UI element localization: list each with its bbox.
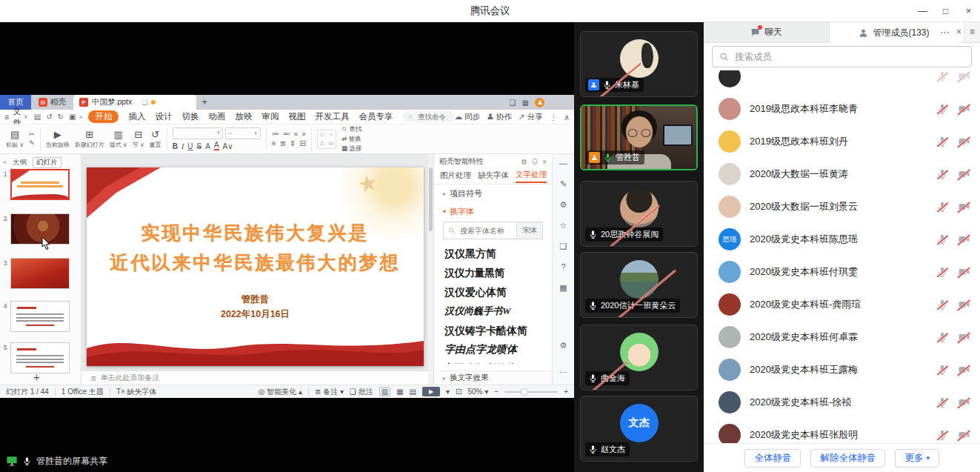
member-camera-muted-icon[interactable]	[957, 70, 971, 82]
menu-item[interactable]: 插入	[128, 111, 145, 122]
quick-access-toolbar[interactable]: ▤↺↻▣	[34, 113, 76, 121]
strip-star-icon[interactable]: ☆	[553, 221, 574, 230]
strip-window-icon[interactable]: ❑	[553, 242, 574, 251]
bullets-icon[interactable]: ≔	[272, 130, 279, 138]
save-icon[interactable]: ▤	[34, 113, 41, 121]
notes-bar[interactable]: ≣ 单击此处添加备注	[81, 370, 428, 385]
member-list[interactable]: 2019级思政本科班李晓青2019级思政本科班刘丹2020级大数据一班黄涛202…	[704, 70, 980, 443]
font-option[interactable]: 汉仪爱心体简	[444, 282, 552, 302]
collab-button[interactable]: 协作	[487, 112, 512, 122]
redo-icon[interactable]: ↻	[58, 113, 64, 121]
slide-scrollbar[interactable]	[428, 154, 433, 385]
member-mic-muted-icon[interactable]	[936, 266, 948, 278]
select-button[interactable]: ▦ 选择	[341, 144, 361, 153]
close-icon[interactable]: ×	[957, 0, 980, 22]
replace-button[interactable]: ⇄ 替换	[341, 135, 361, 144]
panel-close-icon[interactable]: ×	[954, 22, 964, 42]
menu-item[interactable]: 动画	[208, 111, 225, 122]
slide-thumbnail[interactable]	[10, 169, 70, 200]
menu-item[interactable]: 切换	[181, 111, 199, 122]
new-tab-icon[interactable]: +	[196, 95, 213, 110]
wps-daoke-tab[interactable]: D 稻壳	[31, 95, 73, 110]
zoom-level[interactable]: 50% ▾	[467, 388, 488, 396]
video-thumbnail[interactable]: 管胜昔	[580, 104, 698, 170]
member-mic-muted-icon[interactable]	[936, 331, 948, 343]
member-mic-muted-icon[interactable]	[936, 364, 948, 376]
member-camera-muted-icon[interactable]	[957, 136, 971, 147]
font-size-stepper[interactable]: −+	[225, 127, 261, 139]
more-menu-icon[interactable]: ⋮	[550, 113, 558, 122]
mute-all-button[interactable]: 全体静音	[744, 449, 801, 468]
share-button[interactable]: ↗ 分享	[519, 112, 543, 122]
member-camera-muted-icon[interactable]	[957, 331, 971, 343]
section-text-effect[interactable]: ▸ 换文字效果	[434, 370, 552, 385]
numbering-icon[interactable]: ≕	[283, 130, 290, 138]
member-mic-muted-icon[interactable]	[936, 103, 948, 115]
file-caret-icon[interactable]: ∨	[24, 113, 28, 120]
member-row[interactable]: 2020级党史本科班何卓霖	[704, 321, 980, 353]
member-mic-muted-icon[interactable]	[936, 299, 948, 310]
member-camera-muted-icon[interactable]	[957, 168, 971, 180]
strip-grid-icon[interactable]: ▦	[553, 283, 574, 293]
member-camera-muted-icon[interactable]	[957, 299, 971, 310]
comments-toggle[interactable]: ❑ 批注	[350, 387, 373, 397]
member-mic-muted-icon[interactable]	[936, 168, 948, 180]
member-row[interactable]: 2019级思政本科班李晓青	[704, 93, 980, 125]
strikethrough-button[interactable]: S	[197, 142, 202, 150]
font-option[interactable]: 方正小标宋简体	[444, 359, 552, 364]
member-mic-muted-icon[interactable]	[936, 201, 948, 213]
slide-thumbnail[interactable]	[10, 213, 70, 245]
window-icon[interactable]: ❑	[510, 99, 516, 107]
strip-more-icon[interactable]: ⋯	[553, 368, 574, 377]
notes-toggle[interactable]: ≣ 备注 ▾	[315, 387, 344, 397]
member-camera-muted-icon[interactable]	[957, 266, 971, 278]
collapse-panel-icon[interactable]: «	[3, 159, 7, 166]
panel-burger-icon[interactable]: ≡	[964, 22, 980, 42]
member-row[interactable]	[704, 70, 980, 93]
tab-chat[interactable]: 聊天	[704, 22, 830, 42]
member-camera-muted-icon[interactable]	[957, 429, 971, 441]
align-center-icon[interactable]: ≣	[280, 140, 286, 147]
menu-item[interactable]: 视图	[288, 111, 305, 122]
member-row[interactable]: 2020级大数据一班黄涛	[704, 158, 980, 190]
shadow-button[interactable]: A	[205, 142, 210, 150]
add-slide-icon[interactable]: +	[0, 370, 73, 383]
cut-icon[interactable]: ✂	[29, 131, 35, 138]
strip-help-icon[interactable]: ?	[553, 262, 574, 271]
font-option[interactable]: 汉仪黑方简	[444, 244, 552, 263]
zoom-out-icon[interactable]: −	[494, 388, 499, 396]
undo-icon[interactable]: ↺	[46, 113, 52, 121]
menu-item[interactable]: 开始	[88, 110, 119, 123]
zoom-in-icon[interactable]: +	[564, 388, 568, 396]
font-search[interactable]: 宋体	[443, 222, 543, 239]
member-camera-muted-icon[interactable]	[957, 364, 971, 376]
panel-close-icon[interactable]: ×	[542, 158, 547, 166]
member-mic-muted-icon[interactable]	[936, 429, 948, 441]
format-painter-icon[interactable]: ✎	[29, 140, 35, 147]
theme-info[interactable]: 1 Office 主题	[61, 387, 104, 397]
italic-button[interactable]: I	[181, 142, 184, 150]
zoom-slider[interactable]	[504, 391, 558, 393]
slide-canvas[interactable]: ★ 实现中华民族伟大复兴是 近代以来中华民族最伟大的梦想 管胜昔 2022年10…	[87, 167, 424, 366]
slide-thumbnail[interactable]	[10, 301, 70, 332]
member-row[interactable]: 2020级党史本科班张殷明	[704, 419, 980, 443]
slideshow-caret-icon[interactable]: ▾	[446, 388, 450, 396]
font-color-button[interactable]: A	[214, 142, 219, 150]
outdent-icon[interactable]: «	[294, 130, 299, 138]
member-mic-muted-icon[interactable]	[936, 70, 948, 82]
gear-icon[interactable]: ⚙	[521, 158, 527, 166]
member-row[interactable]: 思瑶2020级党史本科班陈思瑶	[704, 223, 980, 256]
strip-settings-icon[interactable]: ⚙	[553, 200, 574, 210]
font-option[interactable]: 汉仪力量黑简	[444, 263, 552, 282]
line-spacing-icon[interactable]: ⇕	[290, 140, 296, 147]
more-button[interactable]: 更多▾	[895, 449, 939, 468]
unmute-all-button[interactable]: 解除全体静音	[810, 449, 885, 468]
reset-button[interactable]: ↺重置	[150, 130, 161, 149]
video-thumbnail[interactable]: 文杰赵文杰	[580, 396, 698, 462]
layout-button[interactable]: ▥版式 ∨	[110, 130, 127, 149]
member-search-box[interactable]	[712, 46, 972, 67]
panel-more-icon[interactable]: ⋯	[938, 22, 952, 42]
strip-edit-icon[interactable]: ✎	[553, 179, 574, 189]
print-icon[interactable]: ▣	[69, 113, 76, 121]
indent-icon[interactable]: »	[301, 130, 306, 138]
